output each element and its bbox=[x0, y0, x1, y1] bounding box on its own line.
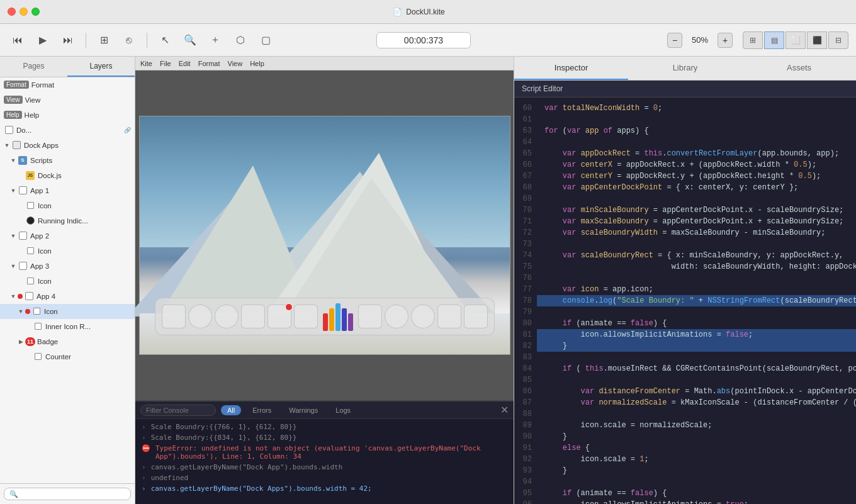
script-editor: Script Editor 60 61 63 64 65 66 67 68 69… bbox=[514, 81, 856, 504]
dock-item-badge[interactable] bbox=[268, 305, 291, 328]
link-icon: 🔗 bbox=[124, 127, 131, 133]
list-item[interactable]: ▼ App 2 bbox=[0, 228, 135, 244]
rect-icon bbox=[25, 201, 35, 211]
dock-item[interactable] bbox=[188, 305, 212, 328]
canvas-menu-bar: Kite File Edit Format View Help bbox=[135, 57, 514, 70]
console-line: › Scale Boundry:{{834, 1}, {612, 80}} bbox=[135, 432, 514, 443]
list-item[interactable]: ▶ Inner Icon R... bbox=[0, 319, 135, 334]
code-line: } bbox=[537, 431, 856, 442]
menu-edit[interactable]: Edit bbox=[179, 60, 191, 67]
list-item[interactable]: ▶ Icon bbox=[0, 198, 135, 213]
menu-kite[interactable]: Kite bbox=[140, 60, 152, 67]
code-line bbox=[537, 306, 856, 318]
list-item[interactable]: ▼ Icon bbox=[0, 304, 135, 319]
list-item[interactable]: View View bbox=[0, 92, 135, 108]
line-numbers: 60 61 63 64 65 66 67 68 69 70 71 72 73 7… bbox=[514, 98, 537, 504]
dock-item[interactable] bbox=[294, 305, 318, 328]
dock-item[interactable] bbox=[385, 305, 408, 328]
list-item[interactable]: ▶ Icon bbox=[0, 244, 135, 259]
menu-format[interactable]: Format bbox=[198, 60, 220, 67]
share-button[interactable]: ⎋ bbox=[119, 30, 139, 50]
list-item[interactable]: Do... 🔗 bbox=[0, 123, 135, 138]
zoom-tool[interactable]: 🔍 bbox=[180, 30, 200, 50]
console-btn-all[interactable]: All bbox=[221, 405, 241, 415]
code-line: var appCenterDockPoint = { x: centerX, y… bbox=[537, 182, 856, 193]
zoom-out-button[interactable]: − bbox=[667, 33, 682, 48]
list-item[interactable]: ▼ App 4 bbox=[0, 289, 135, 304]
search-input[interactable] bbox=[4, 488, 131, 500]
tab-layers[interactable]: Layers bbox=[67, 57, 135, 77]
code-line: console.log("Scale Boundry: " + NSString… bbox=[537, 295, 856, 306]
chevron-down-icon: ▼ bbox=[10, 293, 16, 300]
console-btn-warnings[interactable]: Warnings bbox=[283, 405, 324, 415]
code-content: var totalNewIconWidth = 0; for (var app … bbox=[537, 98, 856, 504]
zoom-in-button[interactable]: + bbox=[718, 33, 733, 48]
view-btn-5[interactable]: ⊟ bbox=[828, 31, 848, 49]
traffic-lights bbox=[8, 8, 40, 16]
rect-tool[interactable]: ▢ bbox=[256, 30, 276, 50]
view-btn-2[interactable]: ▤ bbox=[764, 31, 784, 49]
menu-file[interactable]: File bbox=[160, 60, 171, 67]
view-btn-1[interactable]: ⊞ bbox=[743, 31, 763, 49]
list-item[interactable]: ▼ App 1 bbox=[0, 183, 135, 198]
fastforward-button[interactable]: ⏭ bbox=[58, 30, 78, 50]
fullscreen-button[interactable] bbox=[31, 8, 40, 16]
code-line: icon.scale = normalizedScale; bbox=[537, 420, 856, 431]
code-line: if ( this.mouseInRect && CGRectContainsP… bbox=[537, 363, 856, 374]
time-display: 00:00:373 bbox=[376, 32, 471, 48]
pages-button[interactable]: ⊞ bbox=[94, 30, 114, 50]
list-item[interactable]: ▶ JS Dock.js bbox=[0, 168, 135, 183]
tab-assets[interactable]: Assets bbox=[742, 57, 856, 80]
tab-inspector[interactable]: Inspector bbox=[514, 57, 628, 80]
play-button[interactable]: ▶ bbox=[33, 30, 53, 50]
dock-item[interactable] bbox=[241, 305, 265, 328]
add-tool[interactable]: ＋ bbox=[205, 30, 225, 50]
tab-library[interactable]: Library bbox=[628, 57, 742, 80]
scripts-icon: S bbox=[18, 155, 28, 165]
chevron-down-icon: ▼ bbox=[18, 308, 24, 315]
console-filter-input[interactable] bbox=[140, 405, 216, 416]
view-btn-4[interactable]: ⬛ bbox=[807, 31, 827, 49]
dock-item[interactable] bbox=[162, 305, 186, 328]
dock-item[interactable] bbox=[464, 305, 488, 328]
minimize-button[interactable] bbox=[20, 8, 28, 16]
list-item[interactable]: ▼ App 3 bbox=[0, 259, 135, 274]
dock-item[interactable] bbox=[437, 305, 461, 328]
code-line: for (var app of apps) { bbox=[537, 125, 856, 137]
dock-item[interactable] bbox=[358, 305, 382, 328]
code-line: if (animate == false) { bbox=[537, 318, 856, 329]
menu-view[interactable]: View bbox=[228, 60, 243, 67]
pointer-tool[interactable]: ↖ bbox=[155, 30, 175, 50]
console-close-button[interactable]: ✕ bbox=[500, 404, 509, 416]
tab-pages[interactable]: Pages bbox=[0, 57, 67, 77]
list-item[interactable]: ▶ Icon bbox=[0, 274, 135, 289]
list-item[interactable]: ▼ S Scripts bbox=[0, 153, 135, 168]
anchor-tool[interactable]: ⬡ bbox=[230, 30, 251, 50]
group-icon bbox=[11, 140, 21, 150]
code-line: var centerX = appDockRect.x + (appDockRe… bbox=[537, 159, 856, 171]
rewind-button[interactable]: ⏮ bbox=[8, 30, 28, 50]
console-btn-errors[interactable]: Errors bbox=[246, 405, 278, 415]
code-line: } bbox=[537, 340, 856, 352]
list-item[interactable]: ▶ Running Indic... bbox=[0, 213, 135, 228]
dock-item[interactable] bbox=[215, 305, 239, 328]
list-item[interactable]: ▶ 11 Badge bbox=[0, 334, 135, 349]
toolbar: ⏮ ▶ ⏭ ⊞ ⎋ ↖ 🔍 ＋ ⬡ ▢ 00:00:373 − 50% + ⊞ … bbox=[0, 24, 856, 57]
rect-icon bbox=[33, 322, 43, 332]
code-line bbox=[537, 352, 856, 363]
list-item[interactable]: Format Format bbox=[0, 77, 135, 92]
close-button[interactable] bbox=[8, 8, 16, 16]
view-btn-3[interactable]: ⬜ bbox=[786, 31, 806, 49]
code-line bbox=[537, 193, 856, 204]
title-bar: 📄 DockUI.kite bbox=[0, 0, 856, 24]
code-line: var scaleBoundryWidth = maxScaleBoundry … bbox=[537, 227, 856, 238]
menu-help[interactable]: Help bbox=[250, 60, 264, 67]
list-item[interactable]: ▼ Dock Apps bbox=[0, 138, 135, 153]
code-area[interactable]: 60 61 63 64 65 66 67 68 69 70 71 72 73 7… bbox=[514, 98, 856, 504]
console-btn-logs[interactable]: Logs bbox=[329, 405, 357, 415]
console-line: › undefined bbox=[135, 473, 514, 483]
dock-item[interactable] bbox=[411, 305, 435, 328]
list-item[interactable]: ▶ Counter bbox=[0, 349, 135, 364]
view-toggle-group: ⊞ ▤ ⬜ ⬛ ⊟ bbox=[743, 31, 848, 49]
list-item[interactable]: Help Help bbox=[0, 108, 135, 123]
